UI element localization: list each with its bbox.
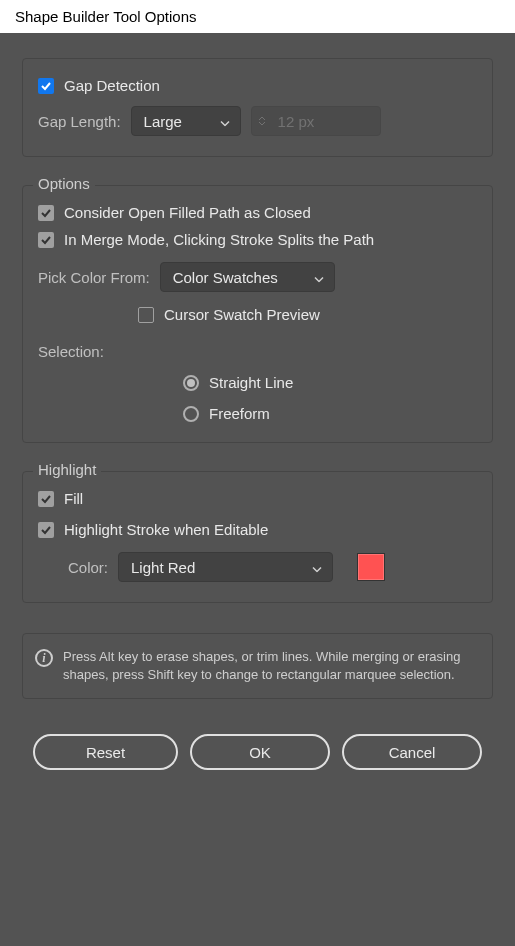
gap-length-label: Gap Length: <box>38 113 121 130</box>
gap-detection-row: Gap Detection <box>38 77 477 94</box>
cursor-swatch-checkbox[interactable] <box>138 307 154 323</box>
cancel-button[interactable]: Cancel <box>342 734 482 770</box>
highlight-group: Highlight Fill Highlight Stroke when Edi… <box>22 471 493 603</box>
reset-button[interactable]: Reset <box>33 734 178 770</box>
selection-label: Selection: <box>38 343 104 360</box>
options-title: Options <box>33 175 95 192</box>
color-label: Color: <box>68 559 108 576</box>
straight-line-radio[interactable] <box>183 375 199 391</box>
gap-length-row: Gap Length: Large 12 px <box>38 106 477 136</box>
merge-mode-checkbox[interactable] <box>38 232 54 248</box>
gap-px-value: 12 px <box>278 113 315 130</box>
check-icon <box>40 234 52 246</box>
gap-length-select[interactable]: Large <box>131 106 241 136</box>
check-icon <box>40 207 52 219</box>
dialog-title: Shape Builder Tool Options <box>15 8 197 25</box>
button-row: Reset OK Cancel <box>22 734 493 770</box>
consider-open-label: Consider Open Filled Path as Closed <box>64 204 311 221</box>
chevron-down-icon <box>220 113 230 130</box>
check-icon <box>40 80 52 92</box>
chevron-down-icon <box>314 269 324 286</box>
straight-line-row: Straight Line <box>183 374 477 391</box>
highlight-stroke-row: Highlight Stroke when Editable <box>38 521 477 538</box>
gap-detection-group: Gap Detection Gap Length: Large 12 px <box>22 58 493 157</box>
color-value: Light Red <box>131 559 195 576</box>
freeform-radio[interactable] <box>183 406 199 422</box>
selection-label-row: Selection: <box>38 343 477 360</box>
consider-open-row: Consider Open Filled Path as Closed <box>38 204 477 221</box>
freeform-row: Freeform <box>183 405 477 422</box>
straight-line-label: Straight Line <box>209 374 293 391</box>
pick-color-row: Pick Color From: Color Swatches <box>38 262 477 292</box>
stepper-icon <box>258 116 266 126</box>
ok-button[interactable]: OK <box>190 734 330 770</box>
consider-open-checkbox[interactable] <box>38 205 54 221</box>
merge-mode-row: In Merge Mode, Clicking Stroke Splits th… <box>38 231 477 248</box>
fill-row: Fill <box>38 490 477 507</box>
fill-label: Fill <box>64 490 83 507</box>
color-swatch[interactable] <box>357 553 385 581</box>
fill-checkbox[interactable] <box>38 491 54 507</box>
dialog-body: Gap Detection Gap Length: Large 12 px Op… <box>0 33 515 790</box>
freeform-label: Freeform <box>209 405 270 422</box>
pick-color-label: Pick Color From: <box>38 269 150 286</box>
cursor-swatch-label: Cursor Swatch Preview <box>164 306 320 323</box>
highlight-stroke-checkbox[interactable] <box>38 522 54 538</box>
color-row: Color: Light Red <box>68 552 477 582</box>
info-icon: i <box>35 649 53 667</box>
check-icon <box>40 493 52 505</box>
gap-detection-checkbox[interactable] <box>38 78 54 94</box>
info-box: i Press Alt key to erase shapes, or trim… <box>22 633 493 699</box>
merge-mode-label: In Merge Mode, Clicking Stroke Splits th… <box>64 231 374 248</box>
color-select[interactable]: Light Red <box>118 552 333 582</box>
cursor-swatch-row: Cursor Swatch Preview <box>138 306 477 323</box>
info-text: Press Alt key to erase shapes, or trim l… <box>63 648 480 684</box>
gap-detection-label: Gap Detection <box>64 77 160 94</box>
title-bar: Shape Builder Tool Options <box>0 0 515 33</box>
gap-length-value: Large <box>144 113 182 130</box>
chevron-down-icon <box>312 559 322 576</box>
gap-px-input: 12 px <box>251 106 381 136</box>
options-group: Options Consider Open Filled Path as Clo… <box>22 185 493 443</box>
highlight-title: Highlight <box>33 461 101 478</box>
check-icon <box>40 524 52 536</box>
highlight-stroke-label: Highlight Stroke when Editable <box>64 521 268 538</box>
pick-color-select[interactable]: Color Swatches <box>160 262 335 292</box>
pick-color-value: Color Swatches <box>173 269 278 286</box>
